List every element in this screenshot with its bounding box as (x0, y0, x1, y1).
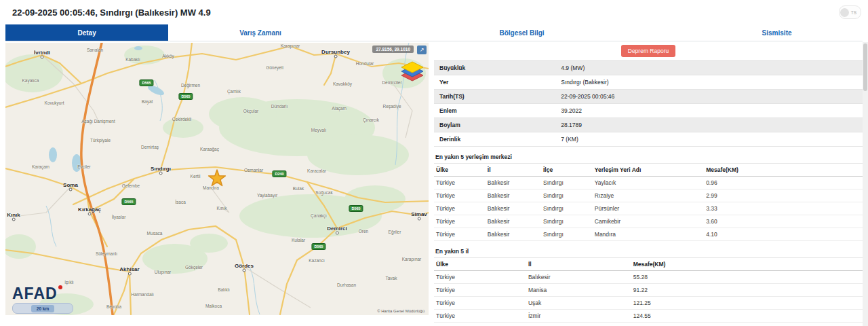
road-number-badge: D565 (311, 243, 326, 250)
event-detail-table: Büyüklük4.9 (MW)YerSındırgı (Balıkesir)T… (434, 60, 863, 147)
map-city-label: Simav (411, 211, 427, 217)
table-cell: 3.60 (704, 215, 863, 228)
table-row: TürkiyeBalıkesir55.28 (434, 271, 863, 284)
map-city-label: Gördes (235, 263, 254, 269)
table-cell: Sındırgı (541, 215, 593, 228)
detail-label: Yer (434, 75, 558, 89)
map-village-label: Akköy (162, 54, 174, 58)
table-cell: Türkiye (434, 271, 526, 284)
page-title: 22-09-2025 00:05:46, Sındırgı (Balıkesir… (12, 7, 211, 18)
detail-value: 28.1789 (558, 118, 863, 132)
map-village-label: Bulak (293, 186, 304, 191)
detail-row: Derinlik7 (KM) (434, 132, 863, 147)
map-village-label: Karaağaç (200, 147, 219, 151)
road-number-badge: D240 (272, 170, 286, 177)
table-cell: 121.25 (631, 297, 863, 310)
column-header: İl (526, 258, 631, 271)
detail-value: 39.2022 (558, 104, 863, 117)
map-expand-button[interactable]: ↗ (417, 46, 427, 54)
table-row: TürkiyeBalıkesirSındırgıMandıra4.10 (434, 228, 863, 241)
map-village-label: Kertil (191, 174, 201, 179)
detail-label: Enlem (434, 104, 558, 117)
map-village-label: Demirciler (382, 80, 401, 85)
detail-label: Boylam (434, 118, 558, 132)
map-village-label: Yaylabayır (257, 193, 277, 198)
table-cell: Pürsünler (593, 202, 704, 215)
table-cell: Bursa (526, 323, 631, 326)
table-cell: Balıkesir (486, 189, 541, 202)
tab-bolgesel-bilgi[interactable]: Bölgesel Bilgi (353, 24, 691, 41)
map-village-label: Kayalıca (22, 78, 39, 83)
vertical-scrollbar[interactable] (863, 42, 868, 326)
table-row: TürkiyeUşak121.25 (434, 297, 863, 310)
table-cell: Sındırgı (541, 228, 593, 241)
road-number-badge: D565 (139, 79, 153, 86)
map-village-label: Çanakçı (311, 213, 327, 218)
table-cell: Rızaiye (593, 189, 704, 202)
map-village-label: Okçular (243, 109, 258, 113)
table-cell: Balıkesir (486, 228, 541, 241)
detail-panel: Deprem Raporu Büyüklük4.9 (MW)YerSındırg… (434, 43, 863, 326)
earthquake-report-button[interactable]: Deprem Raporu (621, 45, 675, 57)
detail-label: Tarih(TS) (434, 90, 558, 103)
layers-icon (400, 60, 425, 92)
scrollbar-thumb[interactable] (863, 43, 867, 91)
table-cell: Türkiye (434, 228, 486, 241)
table-cell: Sındırgı (541, 189, 593, 202)
detail-row: YerSındırgı (Balıkesir) (434, 75, 863, 90)
map-village-label: Çamlık (227, 89, 241, 94)
map-village-label: Değirmen (181, 83, 200, 88)
earthquake-map[interactable]: SarıalanKabaklıAkköyKarapınarHondularGün… (5, 43, 429, 315)
table-row: TürkiyeBalıkesirSındırgıCamikebir3.60 (434, 215, 863, 228)
map-village-label: Karaçam (32, 164, 50, 169)
table-cell: Balıkesir (486, 202, 541, 215)
map-village-label: Alaçam (332, 106, 347, 111)
map-city-label: Kınık (7, 212, 20, 218)
tab-detay[interactable]: Detay (5, 24, 168, 41)
map-village-label: Harmandalı (131, 292, 154, 297)
table-cell: Uşak (526, 297, 631, 310)
table-row: Türkiyeİzmir124.55 (434, 310, 863, 323)
table-cell: Sındırgı (541, 177, 593, 189)
detail-value: 22-09-2025 00:05:46 (558, 90, 863, 103)
table-cell: İzmir (526, 310, 631, 323)
tab-varis-zamani[interactable]: Varış Zamanı (168, 24, 353, 41)
detail-row: Boylam28.1789 (434, 118, 863, 132)
map-village-label: Durhasan (337, 283, 356, 287)
map-city-label: Kırkağaç (78, 206, 101, 213)
column-header: İl (486, 164, 541, 177)
table-cell: Türkiye (434, 202, 486, 215)
detail-row: Tarih(TS)22-09-2025 00:05:46 (434, 90, 863, 104)
map-city-label: İvrindi (34, 50, 50, 56)
map-city-label: Soma (63, 182, 78, 188)
tab-sismisite[interactable]: Sismisite (691, 24, 863, 41)
map-city-label: Sındırgı (151, 166, 171, 172)
map-layers-control[interactable] (400, 60, 425, 92)
map-village-label: Kavakköy (333, 82, 352, 86)
map-city-label: Demirci (327, 225, 347, 232)
title-bar: 22-09-2025 00:05:46, Sındırgı (Balıkesir… (0, 0, 868, 24)
table-row: TürkiyeBursa134.74 (434, 323, 863, 326)
table-cell: 134.74 (631, 323, 863, 326)
road-number-badge: D565 (178, 93, 193, 100)
timezone-toggle-label: TS (851, 10, 856, 15)
map-village-label: Bayat (142, 99, 153, 104)
map-village-label: Kulalar (292, 238, 305, 242)
map-village-label: Eğriler (389, 230, 401, 234)
table-row: TürkiyeBalıkesirSındırgıRızaiye2.99 (434, 189, 863, 202)
map-village-label: Gelembe (122, 183, 140, 188)
map-village-label: Meyvalı (311, 128, 326, 132)
table-cell: Camikebir (593, 215, 704, 228)
nearest-settlements-table: ÜlkeİlİlçeYerleşim Yeri AdıMesafe(KM)Tür… (434, 163, 863, 241)
table-row: TürkiyeBalıkesirSındırgıPürsünler3.33 (434, 202, 863, 215)
table-cell: Balıkesir (486, 177, 541, 189)
map-village-label: Çekirdekli (172, 117, 192, 122)
timezone-toggle[interactable]: TS (839, 5, 861, 19)
detail-value: 4.9 (MW) (558, 61, 863, 75)
map-village-label: Süleymanlı (96, 251, 117, 256)
map-village-label: Kazancı (309, 258, 325, 263)
map-village-label: Gökçeler (185, 265, 203, 270)
map-village-label: Hondular (356, 61, 374, 66)
cursor-coordinates-badge: 27.8156, 39.1010 (372, 46, 414, 53)
detail-label: Büyüklük (434, 61, 558, 75)
